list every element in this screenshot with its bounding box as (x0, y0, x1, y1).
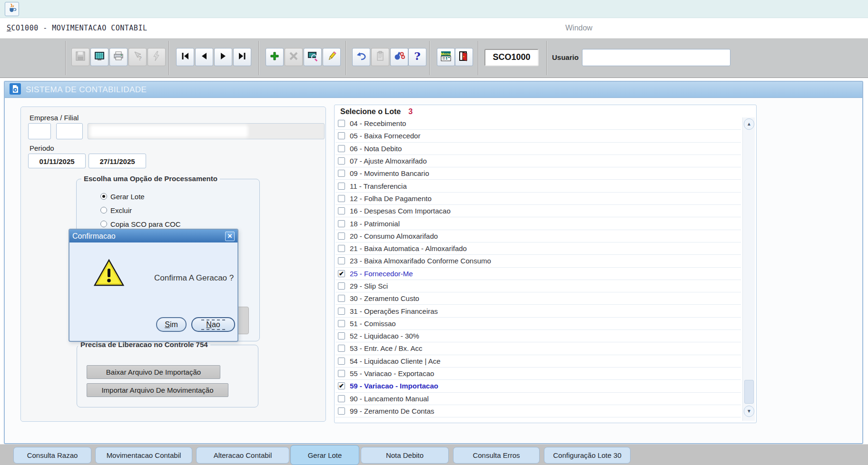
lote-row[interactable]: 11 - Transferencia (335, 180, 741, 192)
lote-row[interactable]: 09 - Movimento Bancario (335, 167, 741, 180)
nao-button[interactable]: Nao (191, 317, 235, 332)
lote-row[interactable]: 07 - Ajuste Almoxarifado (335, 155, 741, 167)
tab-consulta-erros[interactable]: Consulta Erros (453, 447, 540, 464)
radio-label[interactable]: Excluir (110, 206, 132, 214)
tab-nota-debito[interactable]: Nota Debito (361, 447, 449, 464)
tab-configuracao-lote-30[interactable]: Configuração Lote 30 (544, 447, 631, 464)
lote-label[interactable]: 30 - Zeramento Custo (350, 294, 419, 302)
lote-row[interactable]: 99 - Zeramento De Contas (335, 405, 741, 417)
lote-label[interactable]: 51 - Comissao (350, 320, 396, 328)
lote-label[interactable]: 29 - Slip Sci (350, 282, 388, 290)
lote-label[interactable]: 21 - Baixa Automatica - Almoxarifado (350, 244, 467, 252)
menu-item-window[interactable]: Window (565, 18, 592, 38)
lote-checkbox[interactable] (338, 320, 345, 327)
lote-label[interactable]: 53 - Entr. Ace / Bx. Acc (350, 344, 423, 352)
lote-label[interactable]: 55 - Variacao - Exportacao (350, 369, 434, 378)
lote-checkbox[interactable] (338, 145, 345, 152)
process-button[interactable] (148, 48, 166, 66)
lote-row[interactable]: 53 - Entr. Ace / Bx. Acc (335, 342, 741, 355)
lote-label[interactable]: 59 - Variacao - Importacao (350, 382, 438, 390)
help-button[interactable]: ? (408, 48, 426, 66)
lote-checkbox[interactable] (338, 207, 345, 214)
menu-item-program-title[interactable]: SCO1000 - MOVIMENTACAO CONTABIL (7, 18, 147, 38)
scroll-down-icon[interactable]: ▼ (744, 406, 754, 417)
screen-button[interactable] (90, 48, 108, 66)
lote-label[interactable]: 05 - Baixa Fornecedor (350, 132, 420, 140)
add-button[interactable] (266, 48, 284, 66)
lote-label[interactable]: 52 - Liquidacao - 30% (350, 332, 419, 340)
lote-row[interactable]: 06 - Nota Debito (335, 143, 741, 155)
lote-label[interactable]: 23 - Baixa Almoxarifado Conforme Consumo (350, 257, 491, 265)
radio-button-icon[interactable] (100, 193, 107, 200)
previous-record-button[interactable] (195, 48, 213, 66)
lote-row[interactable]: 90 - Lancamento Manual (335, 393, 741, 405)
edit-button[interactable] (323, 48, 341, 66)
java-app-button[interactable] (5, 2, 19, 16)
baixar-arquivo-button[interactable]: Baixar Arquivo De Importação (87, 365, 220, 379)
last-record-button[interactable] (233, 48, 251, 66)
lote-checkbox[interactable] (338, 407, 345, 415)
lote-row[interactable]: 30 - Zeramento Custo (335, 292, 741, 305)
lote-checkbox[interactable] (338, 370, 345, 377)
lote-label[interactable]: 99 - Zeramento De Contas (350, 407, 434, 415)
lote-row[interactable]: 31 - Operações Financeiras (335, 305, 741, 317)
menu-button[interactable]: Menu (437, 48, 455, 66)
scroll-up-icon[interactable]: ▲ (744, 118, 754, 130)
lote-label[interactable]: 04 - Recebimento (350, 119, 406, 127)
lote-checkbox[interactable] (338, 295, 345, 302)
lote-checkbox[interactable] (338, 332, 345, 339)
lote-checkbox[interactable] (338, 358, 345, 365)
lote-checkbox[interactable] (338, 183, 345, 190)
lote-checkbox[interactable] (338, 245, 345, 252)
first-record-button[interactable] (176, 48, 194, 66)
empresa-input[interactable] (28, 123, 51, 139)
lote-row[interactable]: 23 - Baixa Almoxarifado Conforme Consumo (335, 255, 741, 267)
lote-label[interactable]: 07 - Ajuste Almoxarifado (350, 157, 427, 165)
program-code-field[interactable]: SCO1000 (484, 49, 539, 66)
lote-label[interactable]: 09 - Movimento Bancario (350, 169, 429, 177)
lote-row[interactable]: ✔59 - Variacao - Importacao (335, 380, 741, 392)
lote-checkbox[interactable] (338, 282, 345, 290)
scrollbar-thumb[interactable] (744, 380, 754, 404)
radio-excluir[interactable]: Excluir (100, 205, 132, 215)
view-query-button[interactable] (304, 48, 322, 66)
lote-row[interactable]: 55 - Variacao - Exportacao (335, 368, 741, 380)
lote-row[interactable]: 12 - Folha De Pagamento (335, 193, 741, 205)
print-button[interactable] (109, 48, 128, 66)
lote-label[interactable]: 90 - Lancamento Manual (350, 395, 429, 403)
lote-label[interactable]: 25 - Fornecedor-Me (350, 270, 413, 278)
dialog-close-button[interactable]: ✕ (225, 232, 235, 241)
periodo-fim-field[interactable]: 27/11/2025 (89, 154, 146, 168)
lote-row[interactable]: 21 - Baixa Automatica - Almoxarifado (335, 242, 741, 255)
lote-checkbox[interactable]: ✔ (338, 270, 345, 277)
undo-button[interactable] (352, 48, 370, 66)
exit-button[interactable] (455, 48, 473, 66)
radio-button-icon[interactable] (100, 207, 107, 213)
lote-checkbox[interactable] (338, 157, 345, 165)
lote-row[interactable]: 52 - Liquidacao - 30% (335, 330, 741, 342)
lote-row[interactable]: 18 - Patrimonial (335, 217, 741, 230)
empresa-nome-field[interactable] (88, 123, 325, 139)
periodo-inicio-field[interactable]: 01/11/2025 (28, 154, 86, 168)
lote-checkbox[interactable] (338, 232, 345, 240)
lote-row[interactable]: 05 - Baixa Fornecedor (335, 130, 741, 142)
lote-label[interactable]: 06 - Nota Debito (350, 145, 402, 153)
lote-row[interactable]: 29 - Slip Sci (335, 280, 741, 292)
tab-consulta-razao[interactable]: Consulta Razao (13, 447, 91, 464)
lote-label[interactable]: 16 - Despesas Com Importacao (350, 207, 451, 215)
lote-label[interactable]: 11 - Transferencia (350, 182, 407, 190)
lote-label[interactable]: 12 - Folha De Pagamento (350, 194, 432, 203)
importar-arquivo-button[interactable]: Importar Arquivo De Movimentação (87, 383, 228, 397)
lote-row[interactable]: 20 - Consumo Almoxarifado (335, 230, 741, 242)
lote-checkbox[interactable] (338, 132, 345, 139)
lote-checkbox[interactable] (338, 170, 345, 177)
lote-label[interactable]: 54 - Liquidacao Cliente | Ace (350, 357, 441, 365)
lote-checkbox[interactable] (338, 195, 345, 202)
lote-row[interactable]: 16 - Despesas Com Importacao (335, 205, 741, 217)
tab-gerar-lote[interactable]: Gerar Lote (290, 445, 359, 465)
lote-checkbox[interactable] (338, 308, 345, 315)
radio-copia-sco-coc[interactable]: Copia SCO para COC (100, 219, 181, 229)
lote-checkbox[interactable]: ✔ (338, 382, 345, 389)
lote-checkbox[interactable] (338, 220, 345, 227)
lote-checkbox[interactable] (338, 395, 345, 402)
